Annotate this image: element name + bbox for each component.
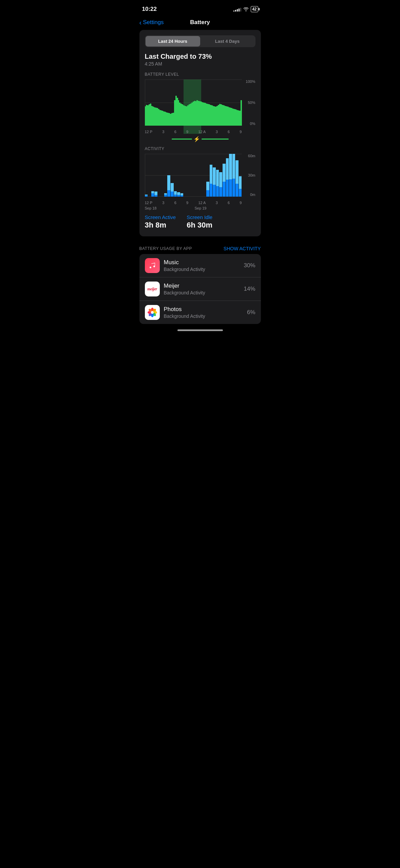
x-label-3p: 3 xyxy=(216,130,218,134)
battery-status-indicator: 42 xyxy=(251,6,258,12)
usage-header: BATTERY USAGE BY APP SHOW ACTIVITY xyxy=(139,243,261,254)
meijer-app-sub: Background Activity xyxy=(164,290,240,295)
activity-bar-group xyxy=(235,154,239,197)
x-label-12p: 12 P xyxy=(145,130,153,134)
activity-y-labels: 60m 30m 0m xyxy=(243,154,255,197)
activity-bar-group xyxy=(213,154,216,197)
activity-bar-group xyxy=(239,154,242,197)
sep19-label: Sep 19 xyxy=(192,206,242,210)
y-label-100: 100% xyxy=(246,79,255,84)
activity-x-labels: 12 P 3 6 9 12 A 3 6 9 xyxy=(145,201,242,205)
activity-bar-group xyxy=(171,154,174,197)
activity-bar-group xyxy=(232,154,235,197)
meijer-app-name: Meijer xyxy=(164,283,240,289)
meijer-app-pct: 14% xyxy=(244,286,255,292)
home-indicator xyxy=(134,324,266,334)
photos-app-icon xyxy=(145,305,160,320)
x-label-6p: 6 xyxy=(228,130,230,134)
battery-x-labels: 12 P 3 6 9 12 A 3 6 9 xyxy=(145,130,242,134)
screen-stats: Screen Active 3h 8m Screen Idle 6h 30m xyxy=(145,214,255,231)
activity-bar-group xyxy=(210,154,213,197)
screen-active-value: 3h 8m xyxy=(145,221,176,230)
x-label-6a: 6 xyxy=(174,130,176,134)
page-title: Battery xyxy=(190,19,210,26)
battery-level-chart: 100% 50% 0% 12 P 3 6 9 12 A 3 6 9 xyxy=(145,79,255,134)
activity-bar-group xyxy=(151,154,154,197)
activity-bar-group xyxy=(154,154,157,197)
act-x-12a: 12 A xyxy=(198,201,206,205)
charge-title: Last Charged to 73% xyxy=(145,53,255,60)
charging-bolt-icon: ⚡ xyxy=(193,136,200,142)
activity-bar-group xyxy=(223,154,226,197)
app-item-photos[interactable]: Photos Background Activity 6% xyxy=(139,301,261,324)
activity-chart-container: 60m 30m 0m 12 P 3 6 9 12 A 3 6 9 xyxy=(145,154,255,205)
music-app-name: Music xyxy=(164,259,240,266)
signal-bar-2 xyxy=(235,10,236,12)
signal-bar-1 xyxy=(233,11,234,12)
act-x-6: 6 xyxy=(174,201,176,205)
status-bar: 10:22 42 xyxy=(134,0,266,16)
activity-bar-group xyxy=(148,154,151,197)
charging-line-right xyxy=(202,139,229,140)
activity-bar-group xyxy=(174,154,177,197)
act-y-0: 0m xyxy=(250,193,255,197)
activity-bar-group xyxy=(167,154,170,197)
x-label-3a: 3 xyxy=(162,130,164,134)
activity-bar-group xyxy=(206,154,209,197)
app-item-music[interactable]: Music Background Activity 30% xyxy=(139,254,261,277)
signal-bar-3 xyxy=(237,9,238,12)
screen-active-label: Screen Active xyxy=(145,214,176,220)
back-label: Settings xyxy=(143,19,164,26)
status-icons: 42 xyxy=(233,6,258,12)
act-x-3: 3 xyxy=(162,201,164,205)
back-button[interactable]: ‹ Settings xyxy=(139,19,164,26)
activity-bar-group xyxy=(229,154,232,197)
charge-time: 4:25 AM xyxy=(145,61,255,67)
nav-bar: ‹ Settings Battery xyxy=(134,16,266,30)
x-label-12n: 12 A xyxy=(198,130,206,134)
meijer-app-info: Meijer Background Activity xyxy=(164,283,240,295)
act-x-12p: 12 P xyxy=(145,201,153,205)
activity-bar-group xyxy=(164,154,167,197)
photos-app-name: Photos xyxy=(164,306,243,313)
battery-level-text: 42 xyxy=(252,7,256,12)
usage-section-label: BATTERY USAGE BY APP xyxy=(139,246,192,251)
screen-idle-label: Screen Idle xyxy=(187,214,212,220)
status-time: 10:22 xyxy=(142,6,157,13)
activity-bar-group xyxy=(203,154,206,197)
battery-bars xyxy=(145,79,242,126)
battery-y-labels: 100% 50% 0% xyxy=(243,79,255,126)
signal-bar-4 xyxy=(239,8,240,12)
activity-bar-group xyxy=(226,154,229,197)
activity-bar-group xyxy=(158,154,161,197)
last-24-hours-tab[interactable]: Last 24 Hours xyxy=(146,36,200,47)
act-x-6p: 6 xyxy=(228,201,230,205)
charging-indicator: ⚡ xyxy=(145,136,255,142)
battery-level-label: BATTERY LEVEL xyxy=(145,72,255,77)
activity-bar-group xyxy=(219,154,222,197)
activity-bar-group xyxy=(187,154,190,197)
date-labels: Sep 18 Sep 19 xyxy=(145,206,255,210)
act-y-60: 60m xyxy=(248,154,255,158)
act-x-9: 9 xyxy=(186,201,188,205)
activity-bar-group xyxy=(145,154,148,197)
last-4-days-tab[interactable]: Last 4 Days xyxy=(200,36,255,47)
activity-bars xyxy=(145,154,242,197)
meijer-app-icon: meijer xyxy=(145,282,160,296)
battery-bar xyxy=(241,79,242,126)
time-range-segment[interactable]: Last 24 Hours Last 4 Days xyxy=(145,35,255,47)
app-item-meijer[interactable]: meijer Meijer Background Activity 14% xyxy=(139,277,261,301)
photos-app-info: Photos Background Activity xyxy=(164,306,243,319)
activity-bar-group xyxy=(216,154,219,197)
main-content: Last 24 Hours Last 4 Days Last Charged t… xyxy=(134,30,266,324)
photos-app-pct: 6% xyxy=(247,309,255,316)
act-y-30: 30m xyxy=(248,173,255,177)
screen-idle-value: 6h 30m xyxy=(187,221,212,230)
music-app-sub: Background Activity xyxy=(164,267,240,272)
photos-app-sub: Background Activity xyxy=(164,313,243,319)
home-bar xyxy=(177,329,223,331)
show-activity-button[interactable]: SHOW ACTIVITY xyxy=(224,246,261,251)
sep18-label: Sep 18 xyxy=(145,206,192,210)
svg-point-9 xyxy=(151,311,154,314)
music-app-info: Music Background Activity xyxy=(164,259,240,272)
